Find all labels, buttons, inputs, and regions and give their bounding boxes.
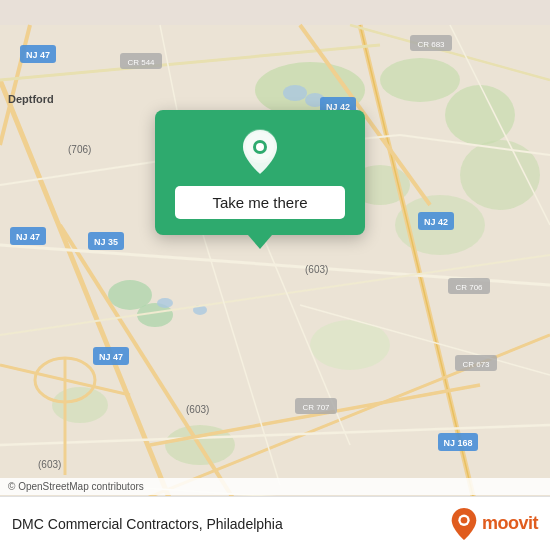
svg-point-4 (460, 140, 540, 210)
svg-point-3 (445, 85, 515, 145)
map-container: NJ 47 CR 683 CR 544 Deptford NJ 42 (706)… (0, 0, 550, 550)
moovit-pin-icon (450, 507, 478, 541)
svg-text:Deptford: Deptford (8, 93, 54, 105)
attribution-text: © OpenStreetMap contributors (8, 481, 144, 492)
popup-card: Take me there (155, 110, 365, 235)
svg-text:NJ 42: NJ 42 (424, 217, 448, 227)
svg-point-74 (256, 143, 264, 151)
svg-text:NJ 168: NJ 168 (443, 438, 472, 448)
moovit-logo: moovit (450, 507, 538, 541)
svg-text:CR 706: CR 706 (455, 283, 483, 292)
svg-text:CR 673: CR 673 (462, 360, 490, 369)
map-attribution: © OpenStreetMap contributors (0, 478, 550, 495)
svg-text:CR 544: CR 544 (127, 58, 155, 67)
svg-text:(603): (603) (305, 264, 328, 275)
svg-point-76 (461, 516, 468, 523)
bottom-bar: DMC Commercial Contractors, Philadelphia… (0, 496, 550, 550)
svg-text:(706): (706) (68, 144, 91, 155)
svg-point-14 (157, 298, 173, 308)
svg-text:NJ 47: NJ 47 (99, 352, 123, 362)
take-me-there-button[interactable]: Take me there (175, 186, 345, 219)
svg-text:(603): (603) (38, 459, 61, 470)
svg-point-10 (52, 387, 108, 423)
location-pin-icon (236, 128, 284, 176)
svg-point-12 (283, 85, 307, 101)
svg-point-2 (380, 58, 460, 102)
svg-text:CR 683: CR 683 (417, 40, 445, 49)
location-label: DMC Commercial Contractors, Philadelphia (12, 516, 283, 532)
svg-text:NJ 35: NJ 35 (94, 237, 118, 247)
svg-text:NJ 47: NJ 47 (26, 50, 50, 60)
svg-text:NJ 47: NJ 47 (16, 232, 40, 242)
map-background: NJ 47 CR 683 CR 544 Deptford NJ 42 (706)… (0, 0, 550, 550)
svg-text:CR 707: CR 707 (302, 403, 330, 412)
svg-text:(603): (603) (186, 404, 209, 415)
moovit-brand-text: moovit (482, 513, 538, 534)
